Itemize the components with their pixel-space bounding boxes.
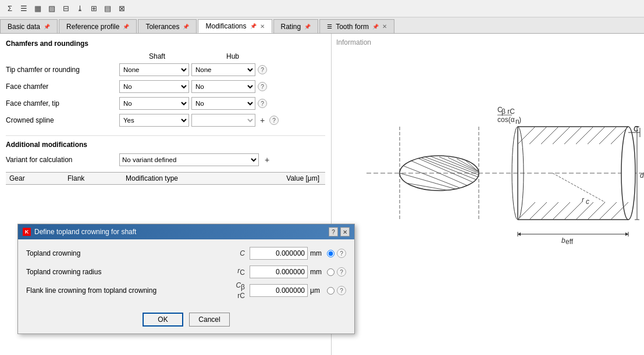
tab-rating[interactable]: Rating 📌 bbox=[273, 19, 319, 33]
face-chamfer-tip-label: Face chamfer, tip bbox=[6, 99, 119, 107]
face-chamfer-shaft-select[interactable]: NoYes bbox=[119, 80, 189, 93]
tip-chamfer-hub-select[interactable]: NoneChamferRounding bbox=[191, 63, 255, 76]
dialog-topland-crowning: K Define topland crowning for shaft ? ✕ … bbox=[17, 224, 355, 334]
dialog-ok-button[interactable]: OK bbox=[143, 313, 183, 327]
dialog-flank-crowning-unit: μm bbox=[310, 286, 325, 295]
toolbar: Σ ☰ ▦ ▨ ⊟ ⤓ ⊞ ▤ ⊠ bbox=[0, 0, 644, 17]
row-face-chamfer-tip: Face chamfer, tip NoYes NoYes ? bbox=[6, 96, 325, 110]
svg-text:eff: eff bbox=[565, 238, 574, 246]
col-gear-header: Gear bbox=[6, 174, 64, 182]
variant-select[interactable]: No variant defined bbox=[119, 153, 259, 166]
svg-text:β rC: β rC bbox=[501, 107, 515, 116]
tab-modifications[interactable]: Modifications 📌 ✕ bbox=[198, 19, 272, 33]
col-flank-header: Flank bbox=[64, 174, 122, 182]
tab-rating-pin[interactable]: 📌 bbox=[304, 24, 311, 30]
svg-rect-0 bbox=[332, 34, 644, 355]
dialog-flank-crowning-label: Flank line crowning from topland crownin… bbox=[26, 286, 227, 295]
dialog-cancel-button[interactable]: Cancel bbox=[189, 313, 230, 327]
tab-tolerances-label: Tolerances bbox=[145, 23, 179, 31]
table-header: Gear Flank Modification type Value [μm] bbox=[6, 172, 325, 185]
tab-reference-profile-pin[interactable]: 📌 bbox=[123, 24, 129, 30]
tip-chamfer-shaft-select[interactable]: NoneChamferRounding bbox=[119, 63, 189, 76]
toolbar-list-icon[interactable]: ☰ bbox=[19, 3, 29, 14]
tab-reference-profile-label: Reference profile bbox=[66, 23, 119, 31]
face-chamfer-info-icon[interactable]: ? bbox=[258, 82, 267, 91]
dialog-topland-radius-symbol: rC bbox=[227, 267, 245, 277]
chamfers-title: Chamfers and roundings bbox=[6, 40, 325, 48]
dialog-title-text: K Define topland crowning for shaft bbox=[23, 228, 136, 236]
dialog-topland-crowning-label: Topland crowning bbox=[26, 249, 227, 257]
dialog-topland-crowning-info[interactable]: ? bbox=[337, 249, 346, 258]
svg-point-22 bbox=[621, 127, 635, 220]
dialog-topland-radius-unit: mm bbox=[310, 268, 325, 276]
crowned-spline-shaft-select[interactable]: NoYes bbox=[119, 114, 189, 127]
tab-rating-label: Rating bbox=[281, 23, 301, 31]
col-modtype-header: Modification type bbox=[122, 174, 267, 182]
tab-basic-data-pin[interactable]: 📌 bbox=[44, 24, 50, 30]
tab-basic-data[interactable]: Basic data 📌 bbox=[0, 19, 58, 33]
face-chamfer-tip-hub-select[interactable]: NoYes bbox=[191, 97, 255, 110]
toolbar-cross-icon[interactable]: ⊠ bbox=[116, 3, 127, 14]
dialog-footer: OK Cancel bbox=[18, 309, 354, 334]
row-tip-chamfer: Tip chamfer or rounding NoneChamferRound… bbox=[6, 63, 325, 77]
dialog-topland-radius-input[interactable] bbox=[250, 266, 308, 278]
dialog-flank-crowning-info[interactable]: ? bbox=[337, 286, 346, 295]
tab-modifications-close[interactable]: ✕ bbox=[260, 23, 265, 30]
crowned-spline-label: Crowned spline bbox=[6, 116, 119, 124]
tab-modifications-label: Modifications bbox=[205, 22, 246, 30]
toolbar-sigma-icon[interactable]: Σ bbox=[5, 3, 15, 14]
svg-text:cos(α: cos(α bbox=[497, 116, 515, 124]
tab-tooth-form[interactable]: ☰ Tooth form 📌 ✕ bbox=[319, 19, 394, 33]
dialog-body: Topland crowning C mm ? Topland crowning… bbox=[18, 239, 354, 309]
dialog-help-button[interactable]: ? bbox=[329, 227, 338, 236]
dialog-title-bar: K Define topland crowning for shaft ? ✕ bbox=[18, 224, 354, 239]
dialog-flank-crowning-input[interactable] bbox=[250, 284, 308, 297]
toolbar-export-icon[interactable]: ⤓ bbox=[74, 3, 85, 14]
face-chamfer-hub-select[interactable]: NoYes bbox=[191, 80, 255, 93]
tab-tooth-form-close[interactable]: ✕ bbox=[382, 23, 387, 30]
dialog-row-topland-radius: Topland crowning radius rC mm ? bbox=[26, 265, 346, 279]
face-chamfer-tip-shaft-select[interactable]: NoYes bbox=[119, 97, 189, 110]
tab-tolerances-pin[interactable]: 📌 bbox=[183, 24, 189, 30]
tab-tooth-form-pin[interactable]: 📌 bbox=[372, 24, 379, 30]
variant-plus-icon[interactable]: + bbox=[262, 155, 272, 164]
tip-chamfer-label: Tip chamfer or rounding bbox=[6, 66, 119, 74]
chamfers-section: Chamfers and roundings Shaft Hub Tip cha… bbox=[6, 40, 325, 127]
dialog-topland-crowning-radio[interactable] bbox=[327, 250, 335, 257]
dialog-topland-crowning-input[interactable] bbox=[250, 247, 308, 260]
right-panel: Information bbox=[332, 34, 644, 355]
tab-tolerances[interactable]: Tolerances 📌 bbox=[138, 19, 197, 33]
tab-bar: Basic data 📌 Reference profile 📌 Toleran… bbox=[0, 17, 644, 34]
crowned-spline-info-icon[interactable]: ? bbox=[269, 116, 279, 125]
dialog-close-button[interactable]: ✕ bbox=[340, 227, 350, 236]
svg-text:C: C bbox=[634, 125, 639, 133]
dialog-topland-radius-radio[interactable] bbox=[327, 268, 335, 276]
svg-text:c: c bbox=[586, 198, 589, 206]
row-crowned-spline: Crowned spline NoYes + ? bbox=[6, 113, 325, 127]
dialog-title-controls: ? ✕ bbox=[329, 227, 350, 236]
tab-modifications-pin[interactable]: 📌 bbox=[250, 23, 257, 29]
svg-text:d: d bbox=[640, 171, 644, 180]
dialog-topland-radius-info[interactable]: ? bbox=[337, 267, 346, 277]
crowned-spline-plus-icon[interactable]: + bbox=[258, 116, 267, 125]
toolbar-pdf-icon[interactable]: ▨ bbox=[47, 3, 57, 14]
variant-row: Variant for calculation No variant defin… bbox=[6, 153, 325, 166]
dialog-flank-crowning-radio[interactable] bbox=[327, 287, 335, 295]
face-chamfer-tip-info-icon[interactable]: ? bbox=[258, 99, 267, 108]
dialog-topland-radius-label: Topland crowning radius bbox=[26, 268, 227, 276]
row-face-chamfer: Face chamfer NoYes NoYes ? bbox=[6, 80, 325, 94]
toolbar-grid-icon[interactable]: ▦ bbox=[33, 3, 43, 14]
tip-chamfer-info-icon[interactable]: ? bbox=[258, 65, 267, 74]
toolbar-minus-icon[interactable]: ⊟ bbox=[61, 3, 71, 14]
info-label: Information bbox=[336, 38, 371, 46]
column-headers: Shaft Hub bbox=[119, 52, 325, 60]
col-header-shaft: Shaft bbox=[119, 52, 195, 60]
toolbar-table-icon[interactable]: ▤ bbox=[102, 3, 113, 14]
section-divider bbox=[6, 135, 325, 136]
dialog-title-label: Define topland crowning for shaft bbox=[34, 228, 136, 236]
toolbar-db-icon[interactable]: ⊞ bbox=[88, 3, 99, 14]
tab-reference-profile[interactable]: Reference profile 📌 bbox=[59, 19, 137, 33]
crowned-spline-hub-select[interactable] bbox=[191, 114, 255, 127]
svg-text:b: b bbox=[561, 236, 565, 245]
col-header-hub: Hub bbox=[195, 52, 271, 60]
